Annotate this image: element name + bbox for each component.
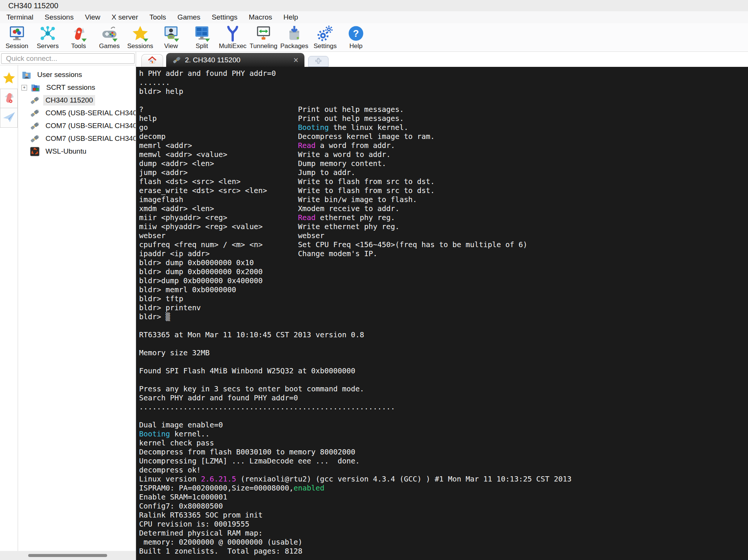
toolbar-label: Games: [99, 42, 120, 50]
menu-macros[interactable]: Macros: [243, 12, 278, 23]
tab-home[interactable]: [141, 54, 163, 67]
svg-text:?: ?: [353, 28, 359, 39]
terminal-line: Search PHY addr and found PHY addr=0: [139, 394, 748, 403]
tab-close-icon[interactable]: ×: [294, 56, 298, 64]
terminal-line: miir <phyaddr> <reg>Read ethernet phy re…: [139, 213, 748, 222]
toolbar-multiexec-button[interactable]: MultiExec: [217, 23, 248, 50]
terminal-line: Found SPI Flash 4MiB Winbond W25Q32 at 0…: [139, 367, 748, 376]
toolbar-packages-button[interactable]: Packages: [279, 23, 310, 50]
terminal-line: decompDecompress kernel image to ram.: [139, 132, 748, 141]
terminal-line: Config7: 0x80080500: [139, 502, 748, 511]
tree-expander-icon[interactable]: +: [21, 85, 27, 91]
toolbar-session-button[interactable]: Session: [2, 23, 32, 50]
terminal-line: Press any key in 3 secs to enter boot co…: [139, 385, 748, 394]
session-item-com5-usb-serial-ch340-co[interactable]: COM5 (USB-SERIAL CH340 (CO: [18, 107, 136, 119]
session-label: COM7 (USB-SERIAL CH340 (CO: [43, 121, 136, 131]
toolbar-sessions-button[interactable]: Sessions: [125, 23, 156, 50]
terminal-line: bldr> printenv: [139, 303, 748, 312]
command-description: Booting the linux kernel.: [298, 123, 409, 132]
split-icon: [193, 25, 210, 42]
menu-sessions[interactable]: Sessions: [39, 12, 79, 23]
plus-icon: [315, 57, 322, 66]
quick-connect-wrap: [0, 52, 136, 65]
scrollbar-thumb[interactable]: [28, 554, 107, 557]
toolbar-label: Packages: [280, 42, 309, 50]
sessions-tree: User sessions+SCRT sessionsCH340 115200C…: [18, 65, 136, 551]
terminal-line: [139, 358, 748, 367]
tab-bar: 2. CH340 115200 ×: [136, 52, 748, 67]
menu-terminal[interactable]: Terminal: [1, 12, 39, 23]
terminal-line: imageflashWrite bin/w image to flash.: [139, 195, 748, 204]
session-item-com7-usb-serial-ch340-co[interactable]: COM7 (USB-SERIAL CH340 (CO: [18, 132, 136, 145]
session-label: User sessions: [35, 69, 84, 80]
toolbar-label: Tunneling: [250, 42, 277, 50]
command-description: Xmodem receive to addr.: [298, 204, 400, 213]
toolbar-label: View: [164, 42, 178, 50]
favorites-star-button[interactable]: [0, 69, 18, 89]
terminal-line: flash <dst> <src> <len>Write to flash fr…: [139, 177, 748, 186]
toolbar-settings-button[interactable]: Settings: [310, 23, 341, 50]
terminal-line: h PHY addr and found PHY addr=0: [139, 69, 748, 78]
session-item-scrt-sessions[interactable]: +SCRT sessions: [18, 81, 136, 94]
terminal-line: bldr> help: [139, 87, 748, 96]
send-plane-button[interactable]: [0, 108, 18, 128]
terminal-line: [139, 376, 748, 385]
session-item-ch340-115200[interactable]: CH340 115200: [18, 94, 136, 107]
terminal-line: memwl <addr> <value>Write a word to addr…: [139, 150, 748, 159]
toolbar-view-button[interactable]: View: [156, 23, 186, 50]
terminal-line: bldr> ▒: [139, 312, 748, 322]
menu-settings[interactable]: Settings: [206, 12, 243, 23]
command-description: Write ethernet phy reg.: [298, 222, 400, 231]
toolbar-label: Settings: [313, 42, 336, 50]
toolbar-servers-button[interactable]: Servers: [32, 23, 63, 50]
terminal-line: ISPRAM0: PA=00200000,Size=00008000,enabl…: [139, 484, 748, 493]
new-tab-button[interactable]: [308, 56, 329, 67]
serial-plug-icon: [30, 108, 40, 118]
terminal-line: memory: 02000000 @ 00000000 (usable): [139, 538, 748, 547]
terminal-line: ?Print out help messages.: [139, 105, 748, 114]
session-label: CH340 115200: [43, 95, 95, 106]
session-icon: [8, 25, 26, 42]
terminal-line: RT63365 at Mon Mar 11 10:10:45 CST 2013 …: [139, 331, 748, 340]
command-description: Dump memory content.: [298, 159, 386, 168]
command-description: Print out help messages.: [298, 105, 404, 114]
session-item-user-sessions[interactable]: User sessions: [18, 68, 136, 81]
toolbar-label: MultiExec: [219, 42, 247, 50]
games-icon: [101, 25, 118, 42]
terminal-output[interactable]: h PHY addr and found PHY addr=0.......bl…: [136, 67, 748, 560]
terminal-line: [139, 340, 748, 349]
toolbar-tunneling-button[interactable]: Tunneling: [248, 23, 279, 50]
sidebar-horizontal-scrollbar[interactable]: [0, 551, 136, 560]
toolbar: SessionServersToolsGamesSessionsViewSpli…: [0, 23, 748, 52]
tab-ch340-115200[interactable]: 2. CH340 115200 ×: [166, 53, 304, 67]
help-icon: ?: [347, 25, 365, 42]
menu-view[interactable]: View: [79, 12, 106, 23]
view-icon: [162, 25, 180, 42]
toolbar-label: Servers: [37, 42, 59, 50]
toolbar-help-button[interactable]: ?Help: [341, 23, 371, 50]
toolbar-games-button[interactable]: Games: [94, 23, 125, 50]
command-description: Set CPU Freq <156~450>(freq has to be mu…: [298, 240, 527, 249]
settings-icon: [316, 25, 334, 42]
menu-tools[interactable]: Tools: [144, 12, 172, 23]
quick-connect-input[interactable]: [1, 53, 135, 64]
command-description: Read a word from addr.: [298, 141, 395, 150]
menu-games[interactable]: Games: [172, 12, 206, 23]
terminal-line: Linux version 2.6.21.5 (renxiaoli@rtu2) …: [139, 475, 748, 484]
sidebar-body: User sessions+SCRT sessionsCH340 115200C…: [0, 65, 136, 551]
cubes-folder-icon: [30, 83, 41, 93]
menu-help[interactable]: Help: [278, 12, 304, 23]
toolbar-split-button[interactable]: Split: [186, 23, 217, 50]
user-folder-icon: [21, 70, 32, 80]
command-description: Write to flash from src to dst.: [298, 186, 435, 195]
session-item-com7-usb-serial-ch340-co[interactable]: COM7 (USB-SERIAL CH340 (CO: [18, 119, 136, 132]
toolbar-label: Split: [195, 42, 208, 50]
menu-x-server[interactable]: X server: [106, 12, 144, 23]
toolbar-tools-button[interactable]: Tools: [63, 23, 94, 50]
terminal-line: bldr> tftp: [139, 294, 748, 303]
terminal-line: [139, 412, 748, 421]
terminal-line: cpufreq <freq num> / <m> <n>Set CPU Freq…: [139, 240, 748, 249]
session-item-wsl-ubuntu[interactable]: WSL-Ubuntu: [18, 145, 136, 158]
terminal-line: Enable SRAM=1c000001: [139, 493, 748, 502]
tools-knife-button[interactable]: [0, 89, 18, 108]
